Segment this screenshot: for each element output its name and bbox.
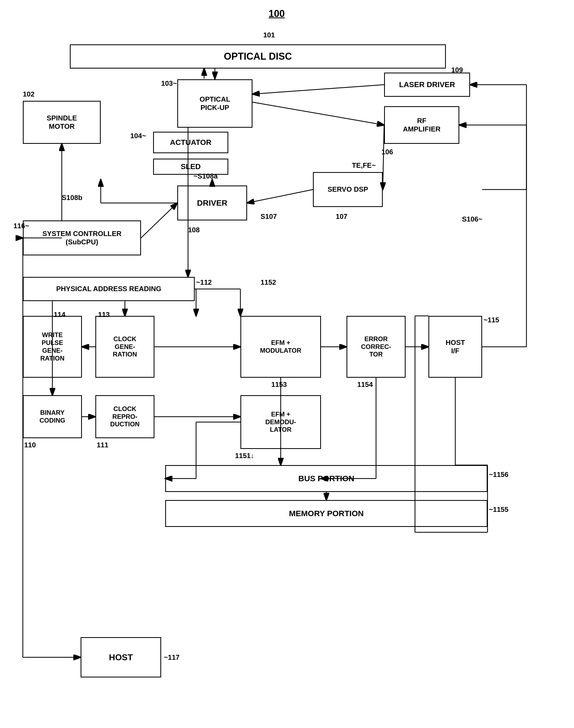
clock-gene-box: CLOCKGENE-RATION — [95, 316, 155, 378]
label-114: 114 — [54, 310, 65, 319]
efm-modulator-box: EFM +MODULATOR — [240, 316, 321, 378]
label-1152: 1152 — [260, 278, 276, 286]
label-117: ~117 — [164, 653, 180, 662]
svg-line-7 — [247, 190, 313, 203]
label-110: 110 — [24, 441, 36, 449]
label-s108b: S108b — [62, 194, 82, 202]
label-106: 106 — [381, 148, 393, 156]
actuator-box: ACTUATOR — [153, 132, 228, 153]
svg-line-12 — [141, 203, 177, 238]
label-tefe: TE,FE~ — [352, 161, 376, 169]
label-1151: 1151↓ — [235, 452, 254, 460]
label-s108a: ~S108a — [193, 172, 217, 180]
label-101: 101 — [263, 31, 275, 39]
servo-dsp-box: SERVO DSP — [313, 172, 383, 207]
label-1154: 1154 — [357, 380, 373, 389]
memory-portion-box: MEMORY PORTION — [165, 500, 488, 527]
system-controller-box: SYSTEM CONTROLLER(SubCPU) — [23, 221, 141, 256]
label-1156: ~1156 — [489, 470, 508, 479]
diagram-title: 100 — [269, 8, 285, 20]
label-103: 103~ — [161, 79, 177, 88]
label-112: ~112 — [196, 278, 212, 286]
optical-disc-box: OPTICAL DISC — [70, 44, 446, 69]
label-111: 111 — [97, 441, 108, 449]
host-if-box: HOSTI/F — [428, 316, 482, 378]
svg-line-4 — [252, 102, 384, 125]
phys-addr-box: PHYSICAL ADDRESS READING — [23, 277, 195, 301]
svg-line-5 — [252, 85, 384, 94]
host-box: HOST — [81, 637, 161, 678]
label-104: 104~ — [130, 132, 146, 140]
bus-portion-box: BUS PORTION — [165, 465, 488, 492]
label-1155: ~1155 — [489, 505, 508, 514]
binary-coding-box: BINARYCODING — [23, 395, 82, 438]
label-115: ~115 — [484, 316, 499, 324]
label-109: 109 — [451, 66, 463, 74]
label-108: 108 — [188, 226, 200, 234]
optical-pickup-box: OPTICALPICK-UP — [177, 79, 252, 128]
label-113: 113 — [98, 310, 110, 319]
efm-demodulator-box: EFM +DEMODU-LATOR — [240, 395, 321, 449]
error-corrector-box: ERRORCORREC-TOR — [346, 316, 406, 378]
laser-driver-box: LASER DRIVER — [384, 73, 470, 97]
label-s107: S107 — [260, 213, 277, 221]
label-102: 102 — [23, 90, 34, 99]
driver-box: DRIVER — [177, 186, 247, 221]
rf-amplifier-box: RFAMPLIFIER — [384, 106, 459, 144]
label-116: 116~ — [13, 222, 29, 230]
write-pulse-box: WRITEPULSEGENE-RATION — [23, 316, 82, 378]
label-1153: 1153 — [271, 380, 287, 389]
spindle-motor-box: SPINDLEMOTOR — [23, 101, 101, 144]
label-s106: S106~ — [462, 215, 482, 223]
clock-repro-box: CLOCKREPRO-DUCTION — [95, 395, 155, 438]
label-107: 107 — [336, 213, 347, 221]
